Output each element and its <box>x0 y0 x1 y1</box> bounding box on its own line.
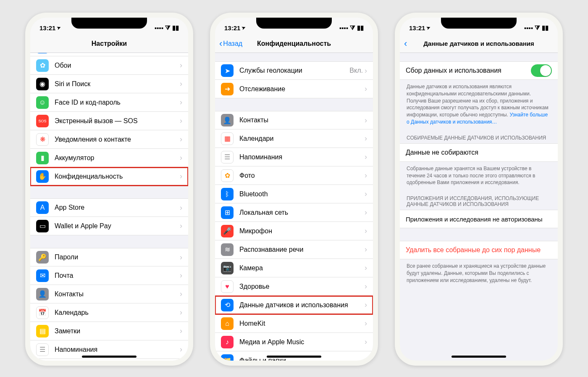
nav-title: Данные датчиков и использования <box>423 40 534 47</box>
row-label: Службы геолокации <box>239 67 349 74</box>
chevron-right-icon: › <box>180 79 182 88</box>
notch <box>441 18 517 29</box>
row-label: Напоминания <box>55 346 180 353</box>
back-button[interactable]: ‹ <box>404 38 407 49</box>
chevron-right-icon: › <box>180 271 182 280</box>
settings-row[interactable]: ♪Медиа и Apple Music› <box>215 333 373 351</box>
chevron-right-icon: › <box>180 308 182 317</box>
home-indicator[interactable] <box>82 356 136 358</box>
settings-row[interactable]: ▤Заметки› <box>30 322 188 340</box>
settings-row[interactable]: ✋Конфиденциальность› <box>30 167 188 186</box>
chevron-right-icon: › <box>365 116 367 125</box>
row-label: Уведомления о контакте <box>55 136 180 143</box>
siri-icon: ◉ <box>36 78 49 90</box>
settings-row[interactable]: AApp Store› <box>30 198 188 217</box>
settings-row[interactable]: ⟲Данные датчиков и использования› <box>215 296 373 314</box>
settings-row[interactable]: ☺Face ID и код-пароль› <box>30 93 188 112</box>
settings-row[interactable]: ☰Напоминания› <box>215 148 373 166</box>
battery-icon: ▮▮ <box>542 24 549 32</box>
chevron-right-icon: › <box>180 345 182 354</box>
settings-row[interactable]: ♥Здоровье› <box>215 277 373 296</box>
chevron-right-icon: › <box>365 66 367 75</box>
settings-row[interactable]: ❋Уведомления о контакте› <box>30 130 188 149</box>
home-indicator[interactable] <box>267 356 321 358</box>
chevron-right-icon: › <box>365 190 367 198</box>
nav-bar: ‹ Данные датчиков и использования <box>400 34 558 53</box>
wifi-icon: ⧩ <box>165 24 171 32</box>
localnetwork-icon: ⊞ <box>221 206 234 219</box>
chevron-right-icon: › <box>180 290 182 298</box>
reminders-icon: ☰ <box>36 343 49 356</box>
footer-delete: Все ранее собранные и хранящиеся на устр… <box>400 259 558 287</box>
settings-row[interactable]: ⌂HomeKit› <box>215 314 373 333</box>
settings-row[interactable]: ᛒBluetooth› <box>215 185 373 203</box>
battery-icon: ▮ <box>36 152 49 164</box>
row-label: Медиа и Apple Music <box>239 338 365 346</box>
wifi-icon: ⧩ <box>535 24 540 32</box>
row-no-data: Данные не собираются <box>400 143 558 162</box>
settings-row[interactable]: ➜Отслеживание› <box>215 80 373 98</box>
row-label: Микрофон <box>239 227 365 235</box>
settings-row[interactable]: 📅Календарь› <box>30 303 188 322</box>
row-label: Аккумулятор <box>55 154 180 162</box>
row-label: Почта <box>55 272 180 279</box>
chevron-right-icon: › <box>365 264 367 272</box>
settings-row[interactable]: ♿︎Универсальный доступ› <box>30 53 188 56</box>
settings-row[interactable]: ∿Диктофон› <box>30 359 188 361</box>
chevron-right-icon: › <box>365 153 367 161</box>
settings-row[interactable]: SOSЭкстренный вызов — SOS› <box>30 112 188 130</box>
bluetooth-icon: ᛒ <box>221 188 234 200</box>
chevron-right-icon: › <box>180 98 182 107</box>
researchkit-icon: ⟲ <box>221 299 234 311</box>
header-collected: СОБИРАЕМЫЕ ДАННЫЕ ДАТЧИКОВ И ИСПОЛЬЗОВАН… <box>400 129 558 143</box>
chevron-right-icon: › <box>365 134 367 143</box>
toggle-row-collection[interactable]: Сбор данных и использования <box>400 61 558 80</box>
settings-row[interactable]: ▭Wallet и Apple Pay› <box>30 217 188 235</box>
row-no-apps: Приложения и исследования не авторизован… <box>400 210 558 228</box>
settings-row[interactable]: ◉Siri и Поиск› <box>30 75 188 93</box>
toggle-switch[interactable] <box>531 64 552 77</box>
tracking-icon: ➜ <box>221 83 234 95</box>
status-time: 13:21 <box>39 24 55 32</box>
settings-row[interactable]: ✿Обои› <box>30 56 188 75</box>
settings-row[interactable]: ✿Фото› <box>215 166 373 185</box>
notch <box>256 18 332 29</box>
row-label: Контакты <box>55 290 180 298</box>
music-icon: ♪ <box>221 336 234 348</box>
settings-row[interactable]: 👤Контакты› <box>215 111 373 129</box>
settings-row[interactable]: ➤Службы геолокацииВкл.› <box>215 61 373 80</box>
settings-row[interactable]: ▮Аккумулятор› <box>30 149 188 167</box>
chevron-right-icon: › <box>365 208 367 217</box>
chevron-right-icon: › <box>180 61 182 70</box>
battery-icon: ▮▮ <box>172 24 179 32</box>
row-label: Фото <box>239 172 365 179</box>
sos-icon: SOS <box>36 115 49 127</box>
settings-row[interactable]: ≋Распознавание речи› <box>215 240 373 259</box>
row-label: Календарь <box>55 309 180 316</box>
row-label: Контакты <box>239 116 365 124</box>
row-label: Отслеживание <box>239 85 365 93</box>
chevron-left-icon: ‹ <box>404 38 407 49</box>
row-label: Конфиденциальность <box>55 173 180 180</box>
faceid-icon: ☺ <box>36 96 49 109</box>
chevron-right-icon: › <box>365 171 367 180</box>
chevron-right-icon: › <box>180 135 182 144</box>
row-label: Wallet и Apple Pay <box>55 222 180 230</box>
chevron-right-icon: › <box>180 153 182 162</box>
row-label: Заметки <box>55 327 180 335</box>
row-delete-all[interactable]: Удалить все собранные до сих пор данные <box>400 241 558 259</box>
photos-icon: ✿ <box>221 169 234 182</box>
location-arrow-icon: ➤ <box>241 24 247 31</box>
settings-row[interactable]: 🎤Микрофон› <box>215 222 373 240</box>
settings-row[interactable]: 🔑Пароли› <box>30 248 188 266</box>
settings-row[interactable]: ⊞Локальная сеть› <box>215 203 373 222</box>
settings-row[interactable]: 👤Контакты› <box>30 285 188 303</box>
location-arrow-icon: ➤ <box>56 24 62 31</box>
settings-row[interactable]: ✉Почта› <box>30 266 188 285</box>
back-button[interactable]: ‹ Назад <box>219 38 242 49</box>
row-label: Локальная сеть <box>239 209 365 216</box>
home-indicator[interactable] <box>452 356 506 358</box>
settings-row[interactable]: 📷Камера› <box>215 259 373 277</box>
settings-row[interactable]: ▦Календари› <box>215 129 373 148</box>
microphone-icon: 🎤 <box>221 225 234 237</box>
